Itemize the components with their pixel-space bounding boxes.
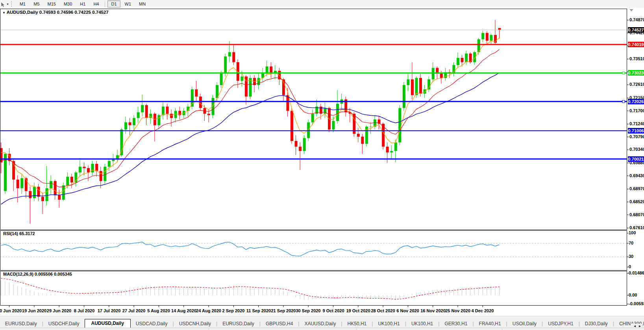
timeframe-button-m15[interactable]: M15 bbox=[44, 0, 59, 7]
tab-usdcnh-daily[interactable]: USDCNH,Daily bbox=[174, 320, 216, 328]
tab-ger30-h1[interactable]: GER30,H1 bbox=[439, 320, 472, 328]
timeframe-button-mn[interactable]: MN bbox=[135, 0, 149, 7]
timeframe-button-h4[interactable]: H4 bbox=[90, 0, 102, 7]
tab-eurusd-daily[interactable]: EURUSD,Daily bbox=[0, 320, 42, 328]
timeframe-toolbar: ▼ M1M5M15M30H1H4D1W1MN bbox=[0, 0, 644, 8]
tab-gbpusd-h4[interactable]: GBPUSD,H4 bbox=[261, 320, 298, 328]
tab-audusd-daily[interactable]: AUDUSD,Daily bbox=[85, 319, 131, 328]
tab-eurusd-daily[interactable]: EURUSD,Daily bbox=[217, 320, 259, 328]
tab-usoil-daily[interactable]: USOil,Daily bbox=[507, 320, 542, 328]
dropdown-caret-icon[interactable]: ▼ bbox=[6, 3, 9, 6]
cursor-tool-icon[interactable] bbox=[1, 2, 6, 7]
tab-xauusd-daily[interactable]: XAUUSD,Daily bbox=[299, 320, 341, 328]
timeframe-button-m1[interactable]: M1 bbox=[16, 0, 29, 7]
tab-uk100-h1[interactable]: UK100,H1 bbox=[373, 320, 405, 328]
tab-usdcad-daily[interactable]: USDCAD,Daily bbox=[131, 320, 173, 328]
tab-usdjpy-h1[interactable]: USDJPY,H1 bbox=[543, 320, 578, 328]
timeframe-button-d1[interactable]: D1 bbox=[107, 0, 120, 7]
timeframe-button-h1[interactable]: H1 bbox=[76, 0, 89, 7]
mt4-window: ▼ M1M5M15M30H1H4D1W1MN ▼ AUDUSD,Daily 0.… bbox=[0, 0, 644, 330]
status-strip bbox=[0, 328, 644, 330]
chart-tabbar: EURUSD,Daily|USDCHF,DailyAUDUSD,DailyUSD… bbox=[0, 316, 644, 328]
timeframe-button-w1[interactable]: W1 bbox=[121, 0, 135, 7]
chart-region: ▼ AUDUSD,Daily 0.74593 0.74596 0.74225 0… bbox=[0, 8, 644, 316]
tab-hk50-h1[interactable]: HK50,H1 bbox=[342, 320, 372, 328]
tab-dj30-daily[interactable]: DJ30,Daily bbox=[580, 320, 613, 328]
timeframe-button-m30[interactable]: M30 bbox=[60, 0, 76, 7]
tab-usdchf-daily[interactable]: USDCHF,Daily bbox=[43, 320, 85, 328]
timeframe-button-m5[interactable]: M5 bbox=[30, 0, 43, 7]
tab-uk100-h1[interactable]: UK100,H1 bbox=[406, 320, 438, 328]
price-chart-canvas[interactable] bbox=[0, 8, 644, 316]
toolbar-grip bbox=[11, 1, 13, 7]
tab-fra40-h1[interactable]: FRA40,H1 bbox=[474, 320, 506, 328]
